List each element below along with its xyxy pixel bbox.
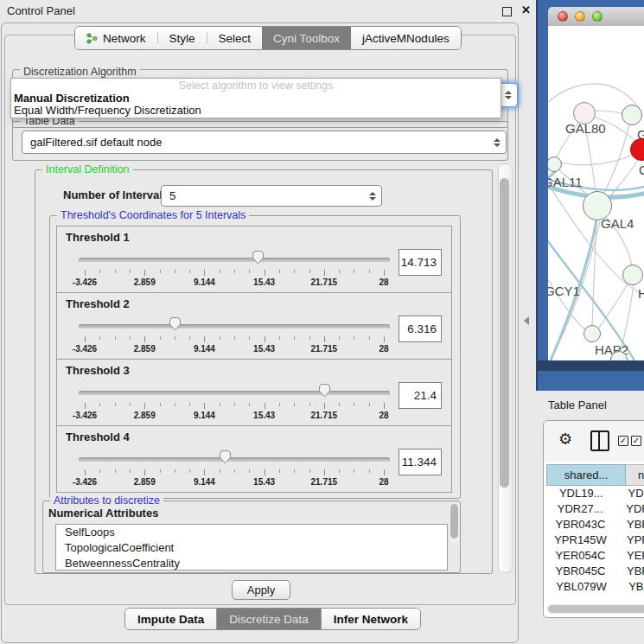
tab-cyni-toolbox[interactable]: Cyni Toolbox [262, 27, 351, 49]
list-item[interactable]: TopologicalCoefficient [56, 540, 447, 556]
slider-track[interactable] [79, 457, 390, 462]
list-item[interactable]: SelfLoops [56, 525, 447, 540]
checkbox-icon[interactable]: ✓ [631, 436, 641, 446]
slider-track[interactable] [79, 258, 390, 262]
node-label: H [638, 286, 644, 301]
dropdown-option-manual-discretization[interactable]: Manual Discretization [14, 92, 130, 105]
column-header-name[interactable]: na [626, 464, 644, 486]
slider-ticks [85, 402, 384, 409]
dropdown-option-equal-width-frequency[interactable]: Equal Width/Frequency Discretization [14, 104, 201, 117]
close-icon[interactable]: ✕ [521, 3, 531, 16]
threshold-value-field[interactable]: 11.344 [399, 449, 442, 475]
slider-thumb[interactable] [252, 251, 265, 268]
apply-button[interactable]: Apply [232, 580, 290, 600]
slider-tick-labels: -3.4262.8599.14415.4321.71528 [85, 277, 384, 288]
network-window-bottom-shadow [538, 360, 644, 371]
spinner-icon [369, 192, 376, 201]
list-item[interactable]: BetweennessCentrality [56, 556, 447, 571]
table-data-select[interactable]: galFiltered.sif default node [22, 131, 507, 154]
tick-label: 9.144 [194, 477, 215, 487]
tick-label: 21.715 [311, 477, 338, 487]
tab-select[interactable]: Select [207, 27, 263, 49]
table-panel: ⚙ ✓ ✓ shared... na YDL19... YDL1 YDR27..… [543, 420, 644, 618]
threshold-slider[interactable]: -3.4262.8599.14415.4321.71528 [79, 384, 390, 424]
minimize-traffic-light-icon[interactable] [575, 11, 585, 22]
node-label: GAL11 [548, 175, 583, 189]
gear-icon[interactable]: ⚙ [558, 430, 572, 449]
tick-label: 15.43 [253, 344, 275, 354]
list-scrollbar[interactable] [450, 503, 459, 543]
table-panel-title: Table Panel [548, 399, 607, 411]
slider-ticks [85, 469, 384, 475]
tick-label: 9.144 [194, 411, 215, 420]
table-data-group: Table Data galFiltered.sif default node [12, 121, 508, 161]
network-node[interactable] [622, 265, 643, 285]
numerical-attributes-label: Numerical Attributes [48, 507, 158, 520]
table-row[interactable]: YBR043C YBR0 [546, 518, 644, 533]
thresholds-group: Threshold's Coordinates for 5 Intervals … [49, 215, 461, 499]
threshold-slider[interactable]: -3.4262.8599.14415.4321.71528 [79, 251, 390, 290]
split-columns-icon[interactable] [590, 430, 609, 451]
slider-thumb[interactable] [219, 450, 232, 468]
tab-network[interactable]: Network [75, 27, 157, 49]
tab-impute-data[interactable]: Impute Data [125, 609, 216, 629]
horizontal-scrollbar[interactable] [547, 604, 644, 614]
table-row[interactable]: YBR045C YBR0 [546, 564, 644, 580]
threshold-label: Threshold 2 [66, 297, 130, 310]
vertical-scrollbar[interactable] [498, 163, 513, 573]
cyni-bottom-tabs: Impute Data Discretize Data Infer Networ… [124, 608, 421, 630]
close-traffic-light-icon[interactable] [558, 11, 568, 22]
slider-thumb[interactable] [169, 317, 182, 335]
checkbox-icon[interactable]: ✓ [618, 436, 628, 446]
threshold-slider[interactable]: -3.4262.8599.14415.4321.71528 [79, 450, 390, 490]
table-row[interactable]: YER054C YER0 [546, 549, 644, 564]
slider-track[interactable] [79, 324, 390, 328]
splitter-handle[interactable] [524, 316, 529, 325]
float-window-icon[interactable] [502, 7, 512, 16]
tick-label: 15.43 [253, 477, 275, 487]
tab-jactivemnodules[interactable]: jActiveMNodules [351, 27, 461, 49]
threshold-value-field[interactable]: 14.713 [399, 249, 442, 276]
tab-discretize-data[interactable]: Discretize Data [216, 609, 321, 629]
numerical-attributes-list[interactable]: SelfLoopsTopologicalCoefficientBetweenne… [55, 524, 448, 571]
tab-label: Style [169, 32, 195, 45]
slider-thumb[interactable] [318, 384, 331, 401]
network-canvas[interactable]: GAL80GACGAL11GAL4GCY1HHAP2 [548, 26, 644, 360]
table-panel-header: Table Panel [536, 391, 644, 418]
slider-tick-labels: -3.4262.8599.14415.4321.71528 [85, 477, 384, 488]
slider-tick-labels: -3.4262.8599.14415.4321.71528 [85, 411, 384, 421]
tick-label: 21.715 [311, 277, 338, 287]
tab-style[interactable]: Style [158, 27, 207, 49]
number-of-intervals-select[interactable]: 5 [161, 185, 382, 207]
table-row[interactable]: YBL079W YBL0 [546, 580, 644, 596]
table-row[interactable]: YDL19... YDL1 [546, 487, 644, 502]
threshold-value-field[interactable]: 6.316 [399, 316, 442, 342]
table-data-value: galFiltered.sif default node [30, 136, 162, 149]
scrollbar-thumb[interactable] [500, 178, 509, 488]
threshold-panel: Threshold 4 -3.4262.8599.14415.4321.7152… [56, 425, 452, 493]
threshold-slider[interactable]: -3.4262.8599.14415.4321.71528 [79, 317, 390, 357]
attributes-group: Attributes to discretize Numerical Attri… [42, 501, 461, 573]
tick-label: 2.859 [134, 344, 156, 354]
network-node[interactable] [622, 105, 642, 125]
network-node[interactable] [583, 325, 601, 342]
tab-label: jActiveMNodules [362, 32, 450, 45]
tab-label: Network [103, 32, 146, 45]
zoom-traffic-light-icon[interactable] [592, 11, 603, 22]
screen: { "window": {"title": "Control Panel"}, … [0, 0, 644, 644]
group-title: Interval Definition [42, 163, 133, 175]
tab-label: Infer Network [334, 613, 408, 626]
group-title: Threshold's Coordinates for 5 Intervals [57, 209, 249, 221]
slider-track[interactable] [79, 391, 390, 395]
threshold-panel: Threshold 1 -3.4262.8599.14415.4321.7152… [56, 226, 452, 293]
table-row[interactable]: YDR27... YDR2 [546, 502, 644, 518]
column-header-shared-name[interactable]: shared... [546, 464, 626, 486]
table-row[interactable]: YPR145W YPR1 [546, 533, 644, 549]
tab-infer-network[interactable]: Infer Network [321, 609, 420, 629]
threshold-value-field[interactable]: 21.4 [399, 382, 442, 409]
threshold-label: Threshold 3 [66, 364, 130, 377]
threshold-label: Threshold 4 [66, 430, 130, 443]
tick-label: 28 [379, 477, 388, 487]
network-window-titlebar[interactable] [548, 7, 644, 27]
tick-label: 15.43 [253, 277, 275, 287]
